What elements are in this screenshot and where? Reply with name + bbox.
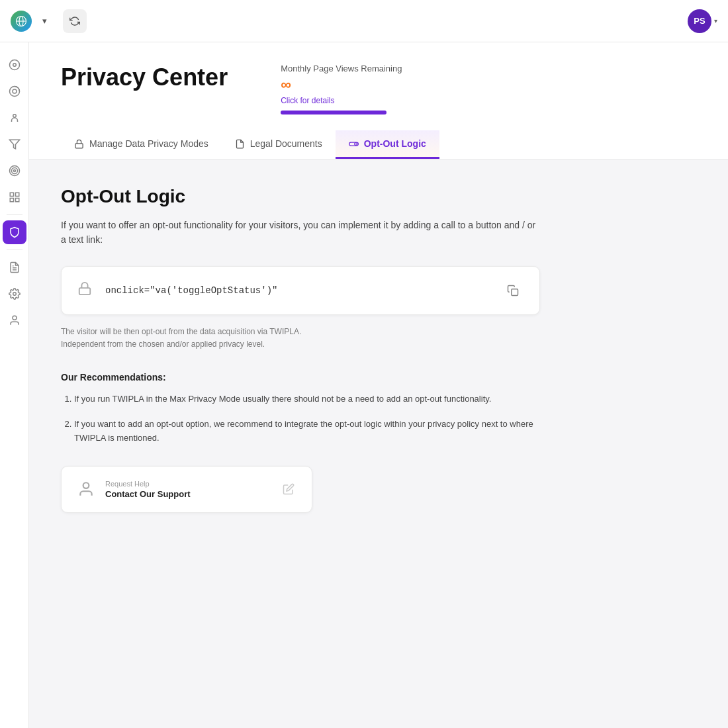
sidebar-item-grid[interactable]: [3, 185, 26, 209]
tab-optout-logic[interactable]: Opt-Out Logic: [336, 130, 439, 159]
support-person-icon: [77, 480, 96, 499]
copy-button[interactable]: [502, 280, 523, 301]
stats-label: Monthly Page Views Remaining: [281, 64, 402, 73]
topbar: ▾ PS ▾: [0, 0, 728, 42]
tab-manage-data-privacy[interactable]: Manage Data Privacy Modes: [61, 130, 222, 159]
content-area: Opt-Out Logic If you want to offer an op…: [29, 159, 572, 539]
support-texts: Request Help Contact Our Support: [105, 480, 191, 499]
svg-rect-13: [10, 199, 13, 202]
page-header: Privacy Center Monthly Page Views Remain…: [29, 42, 728, 159]
page-title: Privacy Center: [61, 64, 228, 91]
tabs: Manage Data Privacy Modes Legal Document…: [61, 130, 696, 159]
visitor-note: The visitor will be then opt-out from th…: [61, 326, 312, 351]
globe-icon: [11, 11, 32, 32]
support-left: Request Help Contact Our Support: [77, 480, 191, 499]
layout: Privacy Center Monthly Page Views Remain…: [0, 0, 728, 728]
svg-point-21: [354, 142, 357, 145]
svg-rect-14: [15, 199, 19, 202]
sidebar-item-target[interactable]: [3, 159, 26, 183]
svg-point-10: [13, 170, 15, 172]
sidebar-item-tag[interactable]: [3, 106, 26, 130]
tab-legal-label: Legal Documents: [250, 138, 322, 149]
sidebar-item-privacy[interactable]: [3, 220, 26, 244]
sidebar-item-user[interactable]: [3, 308, 26, 332]
page-stats: Monthly Page Views Remaining ∞ Click for…: [281, 64, 402, 114]
recommendations-list: If you run TWIPLA in the Max Privacy Mod…: [61, 392, 540, 445]
recommendations-title: Our Recommendations:: [61, 372, 540, 383]
contact-support-link[interactable]: Contact Our Support: [105, 489, 191, 499]
code-block: onclick="va('toggleOptStatus')": [61, 266, 540, 315]
support-label: Request Help: [105, 480, 191, 488]
sidebar-item-funnel[interactable]: [3, 132, 26, 156]
sidebar-item-analytics[interactable]: [3, 79, 26, 103]
svg-rect-19: [75, 143, 83, 148]
section-title: Opt-Out Logic: [61, 186, 540, 207]
progress-bar-fill: [281, 111, 387, 114]
sidebar: [0, 42, 29, 728]
sidebar-divider-2: [7, 250, 23, 250]
user-dropdown-arrow: ▾: [714, 17, 717, 24]
svg-rect-11: [10, 193, 13, 196]
svg-point-9: [11, 168, 17, 174]
svg-point-24: [83, 482, 89, 488]
code-snippet: onclick="va('toggleOptStatus')": [105, 285, 277, 296]
tab-legal-documents[interactable]: Legal Documents: [222, 130, 336, 159]
toggle-icon: [349, 139, 359, 149]
recommendation-item-1: If you run TWIPLA in the Max Privacy Mod…: [74, 392, 540, 406]
sidebar-item-reports[interactable]: [3, 255, 26, 279]
refresh-button[interactable]: [63, 9, 87, 33]
edit-icon[interactable]: [283, 483, 296, 496]
svg-point-7: [13, 114, 16, 118]
workspace-dropdown[interactable]: ▾: [37, 13, 52, 28]
avatar: PS: [688, 9, 711, 33]
stats-link[interactable]: Click for details: [281, 96, 402, 105]
page-header-top: Privacy Center Monthly Page Views Remain…: [61, 64, 696, 114]
svg-rect-22: [79, 288, 91, 295]
lock-icon: [74, 139, 84, 149]
section-description: If you want to offer an opt-out function…: [61, 218, 540, 248]
recommendation-item-2: If you want to add an opt-out option, we…: [74, 417, 540, 445]
sidebar-divider: [7, 214, 23, 215]
tab-optout-label: Opt-Out Logic: [364, 138, 426, 149]
tab-manage-label: Manage Data Privacy Modes: [89, 138, 208, 149]
user-menu[interactable]: PS ▾: [688, 9, 717, 33]
svg-point-4: [13, 64, 16, 67]
code-lock-icon: [77, 281, 96, 300]
stats-value: ∞: [281, 76, 402, 93]
svg-rect-23: [512, 289, 518, 296]
doc-icon: [235, 139, 245, 149]
code-block-left: onclick="va('toggleOptStatus')": [77, 281, 277, 300]
sidebar-item-overview[interactable]: [3, 53, 26, 77]
main-content: Privacy Center Monthly Page Views Remain…: [29, 42, 728, 728]
svg-point-17: [13, 293, 16, 296]
support-block: Request Help Contact Our Support: [61, 466, 312, 513]
svg-rect-12: [15, 193, 19, 196]
svg-point-6: [13, 89, 17, 93]
sidebar-item-settings[interactable]: [3, 282, 26, 306]
progress-bar-container: [281, 111, 387, 114]
svg-point-3: [9, 60, 19, 70]
workspace-label: ▾: [42, 16, 47, 26]
svg-point-18: [13, 316, 17, 320]
topbar-left: ▾: [11, 9, 87, 33]
